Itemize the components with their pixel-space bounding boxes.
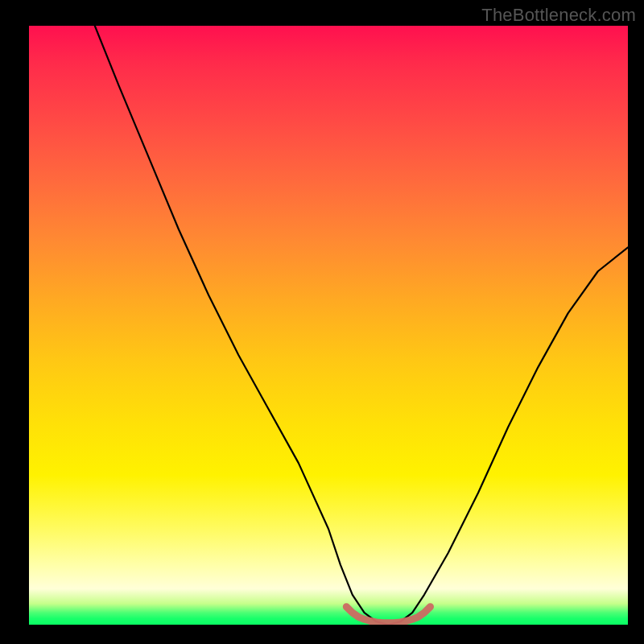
series-curve — [95, 26, 628, 625]
plot-area — [29, 26, 628, 625]
watermark-text: TheBottleneck.com — [481, 5, 636, 26]
series-bottom-marker — [346, 607, 430, 623]
chart-svg — [29, 26, 628, 625]
chart-frame: TheBottleneck.com — [0, 0, 644, 644]
